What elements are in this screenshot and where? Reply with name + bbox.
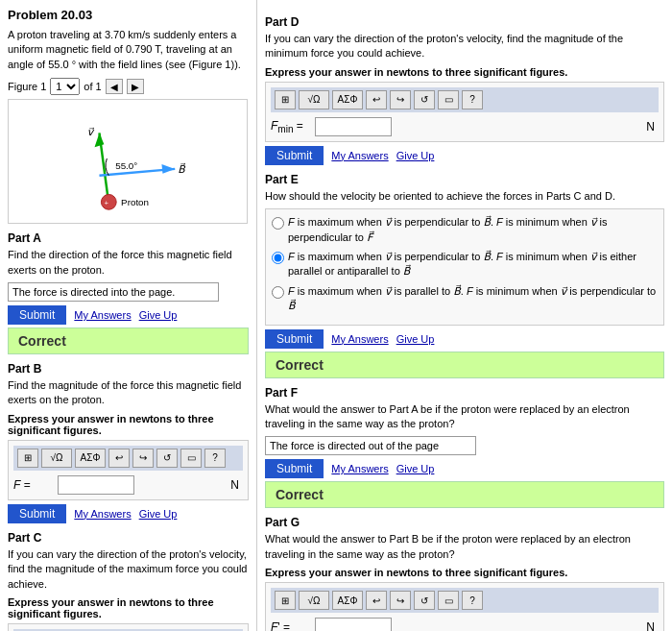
figure-next-btn[interactable]: ▶ — [127, 79, 144, 94]
part-c-answer-box: ⊞ √Ω ΑΣΦ ↩ ↪ ↺ ▭ ? Fmax = N — [8, 623, 249, 631]
toolbar-d-help-btn[interactable]: ? — [462, 90, 483, 109]
part-a-give-up[interactable]: Give Up — [139, 309, 178, 321]
figure-box: v⃗ B⃗ 55.0° + Proton — [8, 99, 248, 224]
part-e-option-1: F is maximum when v⃗ is perpendicular to… — [272, 250, 658, 279]
part-e-option-1-text: F is maximum when v⃗ is perpendicular to… — [288, 250, 658, 279]
part-g-input-label: F' = — [271, 620, 309, 631]
part-b-desc: Find the magnitude of the force this mag… — [8, 378, 249, 408]
part-b-express: Express your answer in newtons to three … — [8, 413, 249, 436]
part-b-unit: N — [230, 478, 243, 492]
part-d-input[interactable] — [315, 117, 392, 136]
toolbar-d-sqrt-btn[interactable]: √Ω — [299, 90, 329, 109]
part-b-my-answers[interactable]: My Answers — [74, 508, 131, 520]
figure-label: Figure 1 — [8, 81, 46, 92]
problem-title: Problem 20.03 — [8, 8, 249, 22]
part-b-input-label: F = — [13, 478, 52, 492]
part-f-give-up[interactable]: Give Up — [396, 463, 435, 474]
svg-text:55.0°: 55.0° — [115, 160, 137, 171]
part-b-label: Part B — [8, 362, 249, 376]
problem-description: A proton traveling at 3.70 km/s suddenly… — [8, 28, 249, 72]
part-d-express: Express your answer in newtons to three … — [265, 66, 664, 78]
toolbar-g-help-btn[interactable]: ? — [462, 591, 483, 610]
part-c-desc: If you can vary the direction of the pro… — [8, 547, 249, 592]
toolbar-d-reset-btn[interactable]: ↺ — [414, 90, 435, 109]
toolbar-sqrt-btn[interactable]: √Ω — [41, 449, 72, 468]
figure-of: of 1 — [84, 81, 101, 92]
part-g-unit: N — [646, 620, 659, 631]
part-d-desc: If you can vary the direction of the pro… — [265, 32, 664, 61]
part-a-my-answers[interactable]: My Answers — [74, 309, 131, 321]
figure-prev-btn[interactable]: ◀ — [106, 79, 123, 94]
part-d-my-answers[interactable]: My Answers — [331, 150, 388, 161]
toolbar-d-rect-btn[interactable]: ▭ — [438, 90, 459, 109]
part-b-answer-box: ⊞ √Ω ΑΣΦ ↩ ↪ ↺ ▭ ? F = N — [8, 440, 249, 500]
part-e-options-box: F is maximum when v⃗ is perpendicular to… — [265, 208, 664, 325]
part-a-submit[interactable]: Submit — [8, 305, 66, 325]
part-e-radio-0[interactable] — [272, 217, 284, 230]
toolbar-g-rect-btn[interactable]: ▭ — [438, 591, 459, 610]
part-e-option-0: F is maximum when v⃗ is perpendicular to… — [272, 215, 658, 245]
toolbar-g-sqrt-btn[interactable]: √Ω — [299, 591, 329, 610]
toolbar-g-matrix-btn[interactable]: ⊞ — [275, 591, 296, 610]
part-d-input-label: Fmin = — [271, 119, 309, 134]
toolbar-g-reset-btn[interactable]: ↺ — [414, 591, 435, 610]
part-d-give-up[interactable]: Give Up — [396, 150, 435, 161]
part-d-label: Part D — [265, 15, 664, 29]
part-e-label: Part E — [265, 173, 664, 186]
part-g-express: Express your answer in newtons to three … — [265, 567, 664, 578]
toolbar-help-btn[interactable]: ? — [204, 449, 226, 468]
part-b-toolbar: ⊞ √Ω ΑΣΦ ↩ ↪ ↺ ▭ ? — [13, 446, 243, 471]
toolbar-d-asf-btn[interactable]: ΑΣΦ — [332, 90, 363, 109]
part-f-submit[interactable]: Submit — [265, 459, 324, 478]
toolbar-d-undo-btn[interactable]: ↩ — [366, 90, 387, 109]
figure-select[interactable]: 1 — [50, 78, 80, 95]
part-d-toolbar: ⊞ √Ω ΑΣΦ ↩ ↪ ↺ ▭ ? — [271, 87, 659, 112]
part-c-label: Part C — [8, 531, 249, 545]
part-f-desc: What would the answer to Part A be if th… — [265, 402, 664, 432]
svg-text:Proton: Proton — [121, 197, 149, 207]
part-d-submit[interactable]: Submit — [265, 146, 324, 165]
toolbar-d-matrix-btn[interactable]: ⊞ — [275, 90, 296, 109]
part-a-label: Part A — [8, 231, 249, 245]
toolbar-redo-btn[interactable]: ↪ — [132, 449, 154, 468]
svg-text:+: + — [104, 199, 108, 207]
part-g-toolbar: ⊞ √Ω ΑΣΦ ↩ ↪ ↺ ▭ ? — [271, 588, 659, 613]
part-e-give-up[interactable]: Give Up — [396, 333, 435, 345]
part-e-correct: Correct — [265, 352, 664, 378]
part-a-desc: Find the direction of the force this mag… — [8, 248, 249, 278]
toolbar-g-undo-btn[interactable]: ↩ — [366, 591, 387, 610]
toolbar-matrix-btn[interactable]: ⊞ — [17, 449, 38, 468]
figure-navigation: Figure 1 1 of 1 ◀ ▶ — [8, 78, 249, 95]
part-b-input[interactable] — [58, 475, 134, 495]
part-b-submit[interactable]: Submit — [8, 504, 66, 523]
part-e-submit[interactable]: Submit — [265, 329, 324, 349]
toolbar-undo-btn[interactable]: ↩ — [108, 449, 130, 468]
part-e-desc: How should the velocity be oriented to a… — [265, 189, 664, 204]
part-e-radio-1[interactable] — [272, 252, 284, 264]
part-g-desc: What would the answer to Part B be if th… — [265, 532, 664, 562]
part-e-my-answers[interactable]: My Answers — [331, 333, 388, 345]
part-e-radio-2[interactable] — [272, 286, 284, 299]
part-e-option-0-text: F is maximum when v⃗ is perpendicular to… — [288, 215, 658, 245]
toolbar-reset-btn[interactable]: ↺ — [156, 449, 178, 468]
part-e-option-2-text: F is maximum when v⃗ is parallel to B⃗. … — [288, 284, 658, 314]
part-b-give-up[interactable]: Give Up — [139, 508, 178, 520]
part-f-input[interactable] — [265, 436, 476, 455]
part-f-label: Part F — [265, 386, 664, 400]
part-e-option-2: F is maximum when v⃗ is parallel to B⃗. … — [272, 284, 658, 314]
toolbar-g-asf-btn[interactable]: ΑΣΦ — [332, 591, 363, 610]
part-f-my-answers[interactable]: My Answers — [331, 463, 388, 474]
toolbar-g-redo-btn[interactable]: ↪ — [390, 591, 411, 610]
part-d-answer-box: ⊞ √Ω ΑΣΦ ↩ ↪ ↺ ▭ ? Fmin = N — [265, 82, 664, 142]
part-a-input[interactable] — [8, 282, 219, 302]
part-d-unit: N — [646, 120, 659, 133]
toolbar-rect-btn[interactable]: ▭ — [180, 449, 202, 468]
part-g-label: Part G — [265, 516, 664, 529]
part-f-correct: Correct — [265, 481, 664, 508]
toolbar-d-redo-btn[interactable]: ↪ — [390, 90, 411, 109]
part-a-correct: Correct — [8, 328, 249, 354]
toolbar-asf-btn[interactable]: ΑΣΦ — [75, 449, 106, 468]
figure-svg: v⃗ B⃗ 55.0° + Proton — [9, 100, 247, 223]
part-g-input[interactable] — [315, 618, 392, 631]
part-g-answer-box: ⊞ √Ω ΑΣΦ ↩ ↪ ↺ ▭ ? F' = N — [265, 582, 664, 631]
